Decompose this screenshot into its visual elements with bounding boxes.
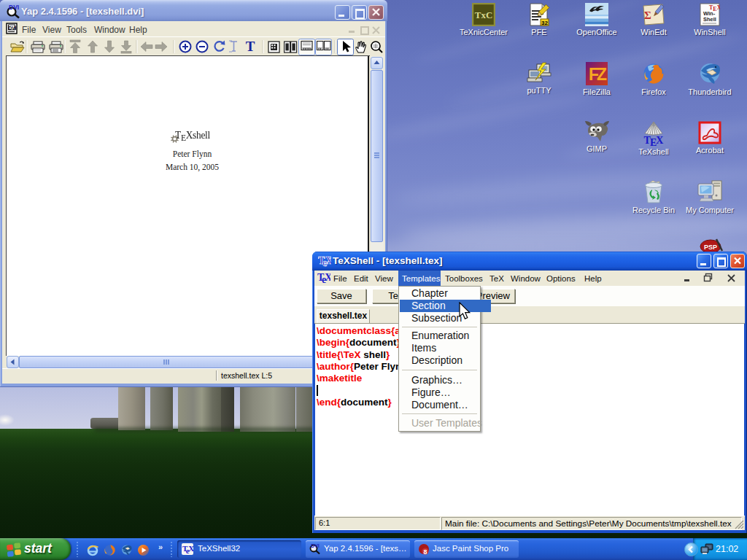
svg-text:TEX: TEX [644, 135, 664, 146]
svg-text:TxC: TxC [475, 9, 493, 20]
svg-text:32: 32 [541, 20, 548, 26]
svg-text:TeX: TeX [318, 255, 331, 268]
svg-text:DVI: DVI [311, 543, 320, 548]
svg-text:Shell: Shell [703, 16, 716, 23]
svg-text:TeX: TeX [317, 272, 330, 284]
svg-text:PSP: PSP [704, 244, 717, 251]
svg-text:DVI: DVI [9, 4, 19, 11]
svg-text:Σ: Σ [644, 9, 651, 21]
svg-text:FZ: FZ [589, 65, 607, 84]
svg-text:DVI: DVI [9, 26, 17, 31]
svg-text:T: T [246, 39, 255, 54]
svg-text:8: 8 [423, 548, 427, 556]
